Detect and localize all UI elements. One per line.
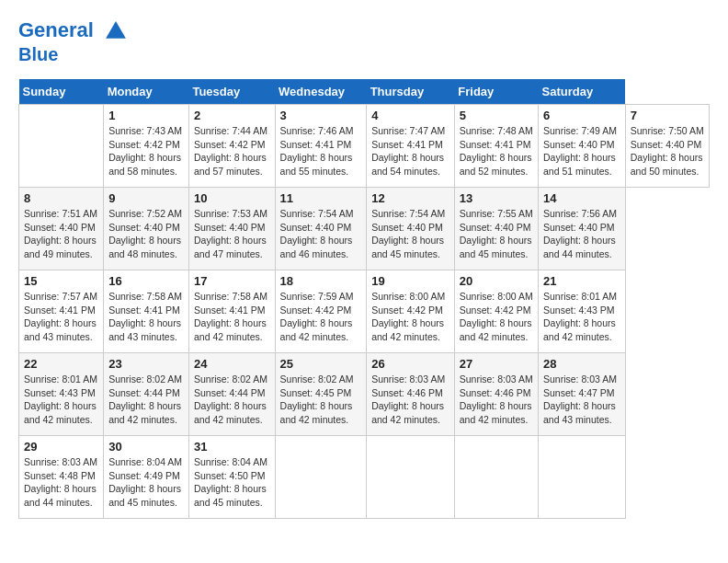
day-number: 5 — [460, 109, 533, 122]
day-number: 21 — [543, 274, 620, 288]
calendar-cell: 20Sunrise: 8:00 AMSunset: 4:42 PMDayligh… — [454, 270, 538, 353]
day-info: Sunrise: 8:00 AMSunset: 4:42 PMDaylight:… — [460, 290, 533, 344]
day-info: Sunrise: 8:02 AMSunset: 4:44 PMDaylight:… — [108, 373, 184, 427]
day-number: 10 — [194, 191, 270, 205]
day-number: 15 — [24, 274, 98, 288]
calendar-cell: 7Sunrise: 7:50 AMSunset: 4:40 PMDaylight… — [625, 105, 709, 188]
day-info: Sunrise: 7:48 AMSunset: 4:41 PMDaylight:… — [460, 124, 533, 178]
calendar-cell — [19, 105, 104, 188]
day-number: 28 — [543, 357, 620, 371]
day-number: 3 — [280, 109, 362, 122]
calendar-cell: 6Sunrise: 7:49 AMSunset: 4:40 PMDaylight… — [538, 105, 625, 188]
day-info: Sunrise: 8:00 AMSunset: 4:42 PMDaylight:… — [371, 290, 449, 344]
calendar-cell: 30Sunrise: 8:04 AMSunset: 4:49 PMDayligh… — [104, 436, 189, 519]
page-header: General Blue — [18, 18, 710, 64]
calendar-cell: 16Sunrise: 7:58 AMSunset: 4:41 PMDayligh… — [104, 270, 189, 353]
day-info: Sunrise: 7:56 AMSunset: 4:40 PMDaylight:… — [543, 207, 620, 261]
day-info: Sunrise: 7:54 AMSunset: 4:40 PMDaylight:… — [371, 207, 449, 261]
day-info: Sunrise: 7:51 AMSunset: 4:40 PMDaylight:… — [24, 207, 98, 261]
calendar-cell — [538, 436, 625, 519]
weekday-header-saturday: Saturday — [538, 79, 625, 105]
calendar-cell — [367, 436, 455, 519]
day-info: Sunrise: 8:01 AMSunset: 4:43 PMDaylight:… — [543, 290, 620, 344]
logo-text: General — [18, 18, 129, 44]
calendar-cell: 5Sunrise: 7:48 AMSunset: 4:41 PMDaylight… — [454, 105, 538, 188]
day-info: Sunrise: 7:52 AMSunset: 4:40 PMDaylight:… — [108, 207, 184, 261]
calendar-cell: 21Sunrise: 8:01 AMSunset: 4:43 PMDayligh… — [538, 270, 625, 353]
day-number: 17 — [194, 274, 270, 288]
day-info: Sunrise: 8:03 AMSunset: 4:48 PMDaylight:… — [24, 455, 98, 510]
calendar-cell: 1Sunrise: 7:43 AMSunset: 4:42 PMDaylight… — [104, 105, 189, 188]
day-number: 22 — [24, 357, 98, 371]
day-number: 23 — [108, 357, 184, 371]
day-number: 18 — [280, 274, 362, 288]
weekday-header-thursday: Thursday — [367, 79, 455, 105]
day-number: 14 — [543, 191, 620, 205]
calendar-cell: 2Sunrise: 7:44 AMSunset: 4:42 PMDaylight… — [188, 105, 275, 188]
day-info: Sunrise: 8:02 AMSunset: 4:45 PMDaylight:… — [280, 373, 362, 427]
calendar-cell: 4Sunrise: 7:47 AMSunset: 4:41 PMDaylight… — [367, 105, 455, 188]
calendar-cell: 17Sunrise: 7:58 AMSunset: 4:41 PMDayligh… — [188, 270, 275, 353]
day-info: Sunrise: 7:53 AMSunset: 4:40 PMDaylight:… — [194, 207, 270, 261]
day-number: 29 — [24, 440, 98, 454]
day-number: 9 — [108, 191, 184, 205]
day-info: Sunrise: 7:47 AMSunset: 4:41 PMDaylight:… — [371, 124, 449, 178]
calendar-cell: 23Sunrise: 8:02 AMSunset: 4:44 PMDayligh… — [104, 353, 189, 436]
calendar-cell: 12Sunrise: 7:54 AMSunset: 4:40 PMDayligh… — [367, 188, 455, 270]
day-number: 24 — [194, 357, 270, 371]
calendar-cell — [454, 436, 538, 519]
day-info: Sunrise: 8:04 AMSunset: 4:50 PMDaylight:… — [194, 455, 270, 510]
day-number: 30 — [108, 440, 184, 454]
calendar-cell: 29Sunrise: 8:03 AMSunset: 4:48 PMDayligh… — [19, 436, 104, 519]
calendar-cell: 25Sunrise: 8:02 AMSunset: 4:45 PMDayligh… — [275, 353, 367, 436]
day-number: 25 — [280, 357, 362, 371]
calendar-cell: 9Sunrise: 7:52 AMSunset: 4:40 PMDaylight… — [104, 188, 189, 270]
logo-subtext: Blue — [18, 44, 129, 64]
day-info: Sunrise: 8:04 AMSunset: 4:49 PMDaylight:… — [108, 455, 184, 510]
calendar-cell: 14Sunrise: 7:56 AMSunset: 4:40 PMDayligh… — [538, 188, 625, 270]
day-info: Sunrise: 7:54 AMSunset: 4:40 PMDaylight:… — [280, 207, 362, 261]
day-info: Sunrise: 7:44 AMSunset: 4:42 PMDaylight:… — [194, 124, 270, 178]
calendar-table: SundayMondayTuesdayWednesdayThursdayFrid… — [18, 79, 710, 519]
svg-marker-0 — [106, 21, 126, 39]
day-number: 27 — [460, 357, 533, 371]
day-number: 7 — [631, 109, 704, 122]
day-number: 6 — [543, 109, 620, 122]
weekday-header-tuesday: Tuesday — [188, 79, 275, 105]
calendar-cell: 13Sunrise: 7:55 AMSunset: 4:40 PMDayligh… — [454, 188, 538, 270]
day-number: 19 — [371, 274, 449, 288]
calendar-cell: 3Sunrise: 7:46 AMSunset: 4:41 PMDaylight… — [275, 105, 367, 188]
day-number: 13 — [460, 191, 533, 205]
day-number: 4 — [371, 109, 449, 122]
day-info: Sunrise: 8:03 AMSunset: 4:46 PMDaylight:… — [371, 373, 449, 427]
calendar-cell: 24Sunrise: 8:02 AMSunset: 4:44 PMDayligh… — [188, 353, 275, 436]
day-info: Sunrise: 7:58 AMSunset: 4:41 PMDaylight:… — [108, 290, 184, 344]
calendar-cell: 31Sunrise: 8:04 AMSunset: 4:50 PMDayligh… — [188, 436, 275, 519]
day-info: Sunrise: 7:58 AMSunset: 4:41 PMDaylight:… — [194, 290, 270, 344]
day-number: 1 — [108, 109, 184, 122]
day-info: Sunrise: 7:57 AMSunset: 4:41 PMDaylight:… — [24, 290, 98, 344]
day-number: 11 — [280, 191, 362, 205]
calendar-cell: 18Sunrise: 7:59 AMSunset: 4:42 PMDayligh… — [275, 270, 367, 353]
calendar-cell: 10Sunrise: 7:53 AMSunset: 4:40 PMDayligh… — [188, 188, 275, 270]
day-number: 31 — [194, 440, 270, 454]
calendar-cell — [275, 436, 367, 519]
day-info: Sunrise: 7:50 AMSunset: 4:40 PMDaylight:… — [631, 124, 704, 178]
day-number: 16 — [108, 274, 184, 288]
day-info: Sunrise: 7:49 AMSunset: 4:40 PMDaylight:… — [543, 124, 620, 178]
day-number: 26 — [371, 357, 449, 371]
weekday-header-friday: Friday — [454, 79, 538, 105]
day-number: 8 — [24, 191, 98, 205]
calendar-cell: 15Sunrise: 7:57 AMSunset: 4:41 PMDayligh… — [19, 270, 104, 353]
weekday-header-wednesday: Wednesday — [275, 79, 367, 105]
day-info: Sunrise: 8:01 AMSunset: 4:43 PMDaylight:… — [24, 373, 98, 427]
logo: General Blue — [18, 18, 129, 64]
day-number: 2 — [194, 109, 270, 122]
calendar-cell: 19Sunrise: 8:00 AMSunset: 4:42 PMDayligh… — [367, 270, 455, 353]
day-number: 20 — [460, 274, 533, 288]
calendar-cell: 22Sunrise: 8:01 AMSunset: 4:43 PMDayligh… — [19, 353, 104, 436]
day-info: Sunrise: 8:02 AMSunset: 4:44 PMDaylight:… — [194, 373, 270, 427]
day-info: Sunrise: 7:59 AMSunset: 4:42 PMDaylight:… — [280, 290, 362, 344]
day-info: Sunrise: 8:03 AMSunset: 4:46 PMDaylight:… — [460, 373, 533, 427]
calendar-cell: 8Sunrise: 7:51 AMSunset: 4:40 PMDaylight… — [19, 188, 104, 270]
